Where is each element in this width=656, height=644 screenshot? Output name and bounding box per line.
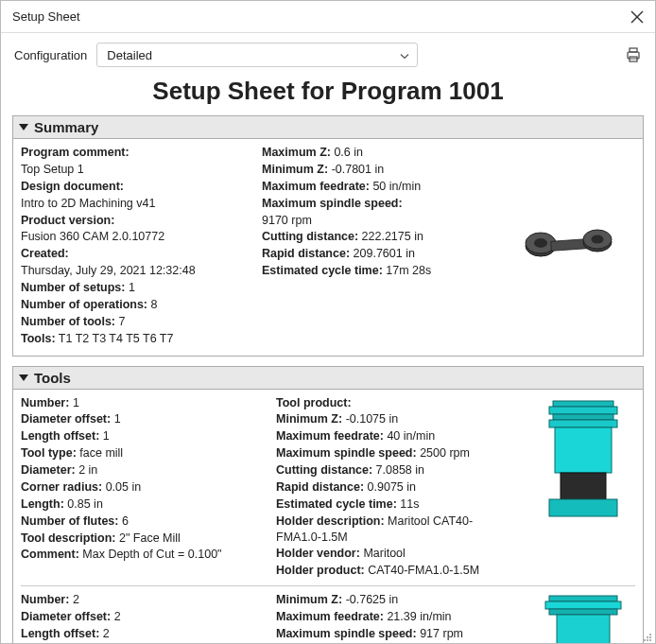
- flutes-label: Number of flutes:: [21, 514, 118, 528]
- svg-point-29: [647, 639, 648, 641]
- tool-number-value: 2: [73, 593, 79, 606]
- tool-desc-label: Tool description:: [21, 531, 115, 545]
- configuration-select[interactable]: Detailed: [96, 43, 418, 67]
- svg-point-7: [534, 238, 547, 248]
- diameter-label: Diameter:: [21, 463, 76, 477]
- num-tools-value: 7: [118, 315, 125, 328]
- svg-rect-17: [561, 473, 606, 499]
- diameter-offset-label: Diameter offset:: [21, 412, 111, 426]
- svg-rect-16: [555, 427, 612, 473]
- tool1-right: Tool product: Minimum Z: -0.1075 in Maxi…: [276, 395, 516, 581]
- tool-number-label: Number:: [21, 593, 69, 606]
- max-feed-value: 50 in/min: [372, 180, 421, 193]
- created-label: Created:: [21, 247, 69, 260]
- triangle-down-icon: [19, 374, 28, 381]
- cutdist-label: Cutting distance:: [276, 463, 372, 477]
- tool2-right: Minimum Z: -0.7625 in Maximum feedrate: …: [276, 592, 516, 644]
- maxfeed-label: Maximum feedrate:: [276, 610, 384, 623]
- svg-rect-21: [549, 609, 617, 615]
- print-icon[interactable]: [625, 46, 642, 63]
- length-offset-value: 2: [103, 627, 110, 640]
- program-comment-value: Top Setup 1: [21, 163, 84, 176]
- titlebar: Setup Sheet: [1, 1, 655, 33]
- tool-block: Number: 1 Diameter offset: 1 Length offs…: [21, 395, 635, 581]
- maxfeed-value: 40 in/min: [387, 429, 435, 443]
- corner-radius-value: 0.05 in: [106, 480, 142, 494]
- holder-vendor-value: Maritool: [363, 547, 405, 560]
- svg-rect-22: [557, 615, 610, 644]
- cycle-value: 17m 28s: [386, 264, 431, 277]
- part-thumbnail: [503, 145, 635, 348]
- svg-point-28: [644, 639, 646, 641]
- design-document-value: Intro to 2D Machining v41: [21, 197, 155, 210]
- section-title: Tools: [34, 370, 71, 386]
- tool-thumbnail: [531, 395, 635, 581]
- holder-prod-label: Holder product:: [276, 564, 365, 577]
- length-value: 0.85 in: [67, 497, 103, 511]
- cycle-value: 11s: [400, 497, 419, 511]
- page-title: Setup Sheet for Program 1001: [1, 77, 655, 106]
- maxspindle-value: 2500 rpm: [420, 446, 470, 460]
- max-spindle-value: 9170 rpm: [262, 214, 312, 227]
- svg-rect-18: [549, 499, 617, 516]
- tool-number-label: Number:: [21, 396, 69, 409]
- rapiddist-label: Rapid distance:: [276, 480, 364, 494]
- minz-label: Minimum Z:: [276, 412, 342, 426]
- close-icon[interactable]: [630, 10, 644, 24]
- comment-value: Max Depth of Cut = 0.100": [82, 548, 221, 561]
- svg-rect-12: [553, 401, 613, 407]
- product-version-label: Product version:: [21, 214, 114, 227]
- section-summary: Summary Program comment: Top Setup 1 Des…: [12, 115, 644, 357]
- tool2-left: Number: 2 Diameter offset: 2 Length offs…: [21, 592, 261, 644]
- section-tools: Tools Number: 1 Diameter offset: 1 Lengt…: [12, 366, 644, 645]
- svg-rect-13: [549, 407, 617, 414]
- svg-rect-19: [549, 596, 617, 601]
- max-z-label: Maximum Z:: [262, 146, 331, 159]
- min-z-label: Minimum Z:: [262, 163, 328, 176]
- svg-point-27: [649, 636, 651, 638]
- tool-desc-value: 2" Face Mill: [119, 531, 181, 545]
- window-title: Setup Sheet: [12, 9, 80, 24]
- svg-point-30: [649, 639, 651, 641]
- summary-left-column: Program comment: Top Setup 1 Design docu…: [21, 145, 247, 348]
- section-header-tools[interactable]: Tools: [13, 367, 643, 390]
- tool-thumbnail: [531, 592, 635, 644]
- length-offset-value: 1: [103, 429, 110, 443]
- minz-value: -0.7625 in: [346, 593, 399, 606]
- diameter-value: 2 in: [78, 463, 97, 477]
- section-title: Summary: [34, 119, 98, 135]
- tool-type-value: face mill: [79, 446, 123, 460]
- length-offset-label: Length offset:: [21, 627, 99, 640]
- max-z-value: 0.6 in: [334, 146, 363, 159]
- corner-radius-label: Corner radius:: [21, 480, 102, 494]
- tool-product-label: Tool product:: [276, 396, 352, 409]
- program-comment-label: Program comment:: [21, 146, 129, 159]
- maxfeed-label: Maximum feedrate:: [276, 429, 384, 443]
- cut-dist-label: Cutting distance:: [262, 230, 358, 243]
- tool-type-label: Tool type:: [21, 446, 77, 460]
- svg-rect-14: [553, 414, 613, 420]
- section-header-summary[interactable]: Summary: [13, 116, 643, 139]
- diameter-offset-value: 1: [114, 412, 121, 426]
- cutdist-value: 7.0858 in: [376, 463, 424, 477]
- triangle-down-icon: [19, 124, 28, 131]
- num-ops-label: Number of operations:: [21, 298, 147, 311]
- tools-value: T1 T2 T3 T4 T5 T6 T7: [59, 332, 174, 345]
- svg-point-26: [647, 636, 648, 638]
- product-version-value: Fusion 360 CAM 2.0.10772: [21, 230, 164, 243]
- cycle-label: Estimated cycle time:: [276, 497, 397, 511]
- rapid-dist-label: Rapid distance:: [262, 247, 350, 260]
- minz-label: Minimum Z:: [276, 593, 342, 606]
- resize-grip-icon[interactable]: [643, 631, 652, 640]
- minz-value: -0.1075 in: [346, 412, 399, 426]
- svg-rect-20: [545, 601, 621, 609]
- svg-point-25: [649, 634, 651, 635]
- created-value: Thursday, July 29, 2021 12:32:48: [21, 264, 196, 277]
- min-z-value: -0.7801 in: [332, 163, 385, 176]
- max-spindle-label: Maximum spindle speed:: [262, 197, 403, 210]
- tool-block: Number: 2 Diameter offset: 2 Length offs…: [21, 585, 635, 644]
- rapid-dist-value: 209.7601 in: [354, 247, 415, 260]
- max-feed-label: Maximum feedrate:: [262, 180, 370, 193]
- cut-dist-value: 222.2175 in: [362, 230, 423, 243]
- holder-desc-label: Holder description:: [276, 514, 385, 528]
